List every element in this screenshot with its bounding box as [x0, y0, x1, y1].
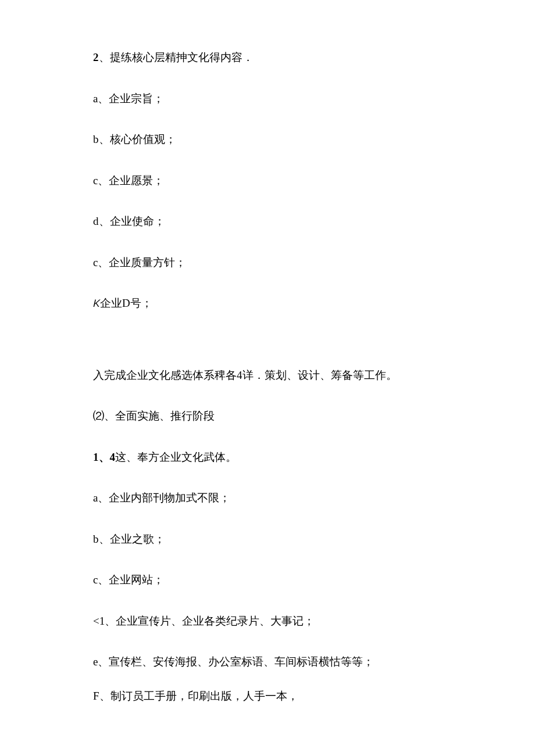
text-line: d、企业使命；	[93, 213, 442, 230]
text-line: b、核心价值观；	[93, 131, 442, 148]
text-line: a、企业宗旨；	[93, 91, 442, 108]
body-text: c、企业网站；	[93, 574, 164, 586]
document-body: 2、提练核心层精抻文化得内容．a、企业宗旨；b、核心价值观；c、企业愿景；d、企…	[93, 49, 442, 704]
text-line: c、企业愿景；	[93, 173, 442, 189]
body-text: 入完成企业文化感选体系稗各4详．策划、设计、筹备等工作。	[93, 369, 397, 381]
body-text: d、企业使命；	[93, 215, 165, 227]
body-text: 𝘒企业D号；	[93, 297, 152, 309]
body-text: 这、奉方企业文化武体。	[115, 451, 237, 463]
body-text: c、企业愿景；	[93, 174, 164, 187]
body-text: ⑵、全面实施、推行阶段	[93, 410, 215, 422]
bold-text: 2	[93, 51, 99, 63]
text-line: b、企业之歌；	[93, 531, 442, 548]
text-line: e、宣传栏、安传海报、办公室标语、车间标语横怙等等；	[93, 654, 442, 671]
text-line: <1、企业宣传片、企业各类纪录片、大事记；	[93, 613, 442, 630]
text-line: F、制订员工手册，印刷出版，人手一本，	[93, 688, 442, 705]
text-line: c、企业质量方针；	[93, 255, 442, 271]
text-line: ⑵、全面实施、推行阶段	[93, 408, 442, 425]
body-text: e、宣传栏、安传海报、办公室标语、车间标语横怙等等；	[93, 655, 374, 668]
body-text: b、企业之歌；	[93, 533, 165, 545]
body-text: c、企业质量方针；	[93, 256, 186, 268]
bold-text: 1、4	[93, 451, 115, 463]
text-line: 1、4这、奉方企业文化武体。	[93, 449, 442, 466]
text-line: a、企业内部刊物加式不限；	[93, 490, 442, 507]
body-text: a、企业宗旨；	[93, 92, 164, 105]
text-line: 入完成企业文化感选体系稗各4详．策划、设计、筹备等工作。	[93, 367, 442, 384]
text-line: 𝘒企业D号；	[93, 295, 442, 312]
body-text: b、核心价值观；	[93, 133, 176, 145]
text-line: c、企业网站；	[93, 572, 442, 589]
body-text: <1、企业宣传片、企业各类纪录片、大事记；	[93, 615, 315, 627]
body-text: a、企业内部刊物加式不限；	[93, 492, 230, 504]
body-text: F、制订员工手册，印刷出版，人手一本，	[93, 690, 298, 702]
body-text: 、提练核心层精抻文化得内容．	[99, 51, 254, 63]
text-line: 2、提练核心层精抻文化得内容．	[93, 49, 442, 66]
